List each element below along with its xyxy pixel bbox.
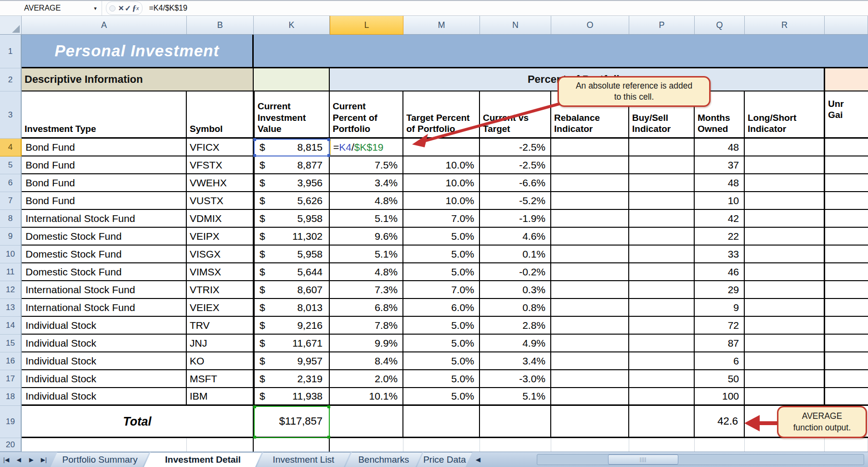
cell[interactable]: -1.9% [480, 210, 551, 228]
cell[interactable] [551, 192, 629, 210]
cell[interactable] [330, 438, 403, 452]
cell[interactable] [745, 156, 825, 174]
cell[interactable]: 7.3% [330, 281, 403, 299]
cell[interactable]: VFICX [187, 139, 254, 156]
column-header-B[interactable]: B [187, 16, 254, 35]
cell[interactable] [745, 263, 825, 281]
cell[interactable]: -2.5% [480, 156, 551, 174]
row-number[interactable]: 5 [0, 156, 22, 174]
cell[interactable]: $8,607 [254, 281, 330, 299]
cell[interactable]: Domestic Stock Fund [22, 263, 187, 281]
cell[interactable]: 9.6% [330, 228, 403, 246]
cell[interactable]: Individual Stock [22, 335, 187, 352]
cell[interactable] [551, 246, 629, 263]
cell[interactable] [745, 317, 825, 335]
column-header-R[interactable]: R [745, 16, 825, 35]
cell[interactable] [551, 438, 629, 452]
title-band-fill[interactable] [254, 35, 868, 68]
cell[interactable]: 5.0% [403, 263, 480, 281]
cell[interactable]: 4.8% [330, 192, 403, 210]
header-symbol[interactable]: Symbol [187, 91, 254, 139]
cell[interactable] [629, 210, 695, 228]
cell[interactable] [825, 174, 868, 192]
cell[interactable]: $5,644 [254, 263, 330, 281]
cell[interactable] [551, 156, 629, 174]
cell[interactable] [629, 299, 695, 317]
section-peach-cell[interactable] [825, 68, 868, 91]
cell[interactable] [825, 370, 868, 388]
cell[interactable]: VDMIX [187, 210, 254, 228]
formula-enter-icon[interactable]: ✓ [125, 2, 131, 14]
cell[interactable] [825, 246, 868, 263]
cell[interactable] [745, 352, 825, 370]
cell[interactable]: 0.1% [480, 246, 551, 263]
cell[interactable] [254, 438, 330, 452]
column-header-P[interactable]: P [629, 16, 695, 35]
row-number[interactable]: 3 [0, 91, 22, 139]
sheet-tab-investment-detail[interactable]: Investment Detail [144, 452, 262, 467]
cell[interactable]: 3.4% [330, 174, 403, 192]
cell[interactable]: MSFT [187, 370, 254, 388]
cell[interactable]: 5.0% [403, 388, 480, 406]
total-value-cell[interactable]: $117,857 [254, 406, 330, 438]
cell[interactable]: 5.1% [330, 246, 403, 263]
cell[interactable]: -5.2% [480, 192, 551, 210]
cell[interactable] [629, 246, 695, 263]
cell[interactable]: $8,013 [254, 299, 330, 317]
cell[interactable]: Individual Stock [22, 370, 187, 388]
cell[interactable] [745, 246, 825, 263]
cell[interactable] [825, 281, 868, 299]
section-k2-cell[interactable] [254, 68, 330, 91]
cell[interactable] [551, 352, 629, 370]
cell[interactable]: International Stock Fund [22, 281, 187, 299]
cell[interactable]: 10.1% [330, 388, 403, 406]
cell[interactable]: 5.0% [403, 246, 480, 263]
column-header-O[interactable]: O [551, 16, 629, 35]
cell[interactable] [551, 263, 629, 281]
cell[interactable] [745, 210, 825, 228]
column-header-K[interactable]: K [254, 16, 330, 35]
cell[interactable]: 9 [695, 299, 745, 317]
cell[interactable] [825, 352, 868, 370]
cell[interactable]: Bond Fund [22, 174, 187, 192]
cell[interactable]: 7.0% [403, 281, 480, 299]
cell[interactable] [745, 370, 825, 388]
cell[interactable] [551, 228, 629, 246]
cell[interactable]: International Stock Fund [22, 210, 187, 228]
section-descriptive-cell[interactable]: Descriptive Information [22, 68, 254, 91]
name-box-dropdown-icon[interactable]: ▾ [89, 1, 102, 15]
cell[interactable]: JNJ [187, 335, 254, 352]
cell[interactable]: 33 [695, 246, 745, 263]
scrollbar-thumb[interactable]: |||| [608, 454, 678, 465]
cell[interactable] [330, 406, 403, 438]
cell[interactable]: 100 [695, 388, 745, 406]
cell[interactable]: KO [187, 352, 254, 370]
cell[interactable] [480, 438, 551, 452]
cell[interactable] [551, 317, 629, 335]
cell[interactable]: 0.8% [480, 299, 551, 317]
cell[interactable] [551, 299, 629, 317]
cell[interactable]: $8,877 [254, 156, 330, 174]
cell[interactable]: Individual Stock [22, 388, 187, 406]
cell[interactable] [745, 438, 825, 452]
cell[interactable] [825, 192, 868, 210]
row-number[interactable]: 17 [0, 370, 22, 388]
cell[interactable] [629, 317, 695, 335]
cell[interactable]: 10.0% [403, 174, 480, 192]
row-number[interactable]: 2 [0, 68, 22, 91]
cell[interactable]: 5.1% [480, 388, 551, 406]
cell[interactable]: VEIPX [187, 228, 254, 246]
cell[interactable] [825, 317, 868, 335]
cell[interactable] [745, 192, 825, 210]
cell[interactable]: 4.6% [480, 228, 551, 246]
cell[interactable] [480, 406, 551, 438]
cell[interactable]: 2.0% [330, 370, 403, 388]
cell[interactable]: $9,216 [254, 317, 330, 335]
cell[interactable]: VISGX [187, 246, 254, 263]
cell[interactable] [629, 228, 695, 246]
cell[interactable]: 37 [695, 156, 745, 174]
row-number[interactable]: 16 [0, 352, 22, 370]
cell[interactable] [629, 174, 695, 192]
cell[interactable]: Individual Stock [22, 352, 187, 370]
cell[interactable] [825, 299, 868, 317]
